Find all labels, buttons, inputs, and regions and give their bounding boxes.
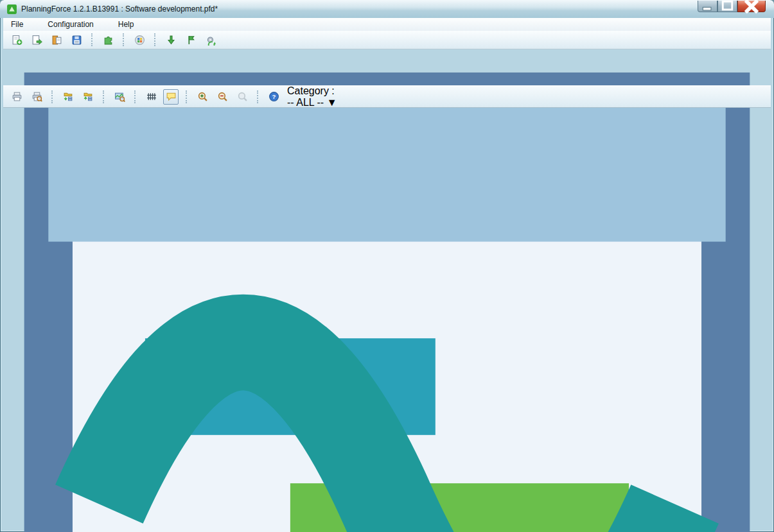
print-button[interactable] bbox=[9, 89, 24, 105]
window-title: PlanningForce 1.2.1.B13991 : Software de… bbox=[21, 4, 218, 13]
menu-help[interactable]: Help bbox=[110, 19, 142, 30]
toolbar-separator bbox=[91, 33, 93, 46]
toolbar-group bbox=[94, 32, 121, 47]
toolbar-separator bbox=[51, 90, 53, 103]
zoom-off-button bbox=[234, 89, 250, 105]
svg-text:?: ? bbox=[272, 93, 276, 100]
close-button[interactable] bbox=[737, 1, 766, 12]
toolbar-group bbox=[157, 32, 224, 47]
go-down-button[interactable] bbox=[163, 32, 179, 47]
puzzle-icon bbox=[103, 35, 114, 46]
toolbar-separator bbox=[257, 90, 259, 103]
save-button[interactable] bbox=[69, 32, 84, 47]
chevron-down-icon: ▼ bbox=[327, 97, 337, 108]
gear-go-icon bbox=[206, 35, 216, 46]
toolbar-group bbox=[3, 89, 50, 105]
toolbar-separator bbox=[123, 33, 125, 46]
view-toolbar: ? Category : -- ALL -- ▼ bbox=[3, 85, 771, 108]
toolbar-separator bbox=[134, 90, 136, 103]
go-flag-button[interactable] bbox=[183, 32, 198, 47]
main-toolbar bbox=[3, 31, 771, 49]
menu-file[interactable]: File bbox=[3, 19, 31, 30]
toolbar-group bbox=[189, 89, 256, 105]
document-add-button[interactable] bbox=[9, 32, 24, 47]
tree-collapse-button[interactable] bbox=[80, 89, 96, 105]
toolbar-group bbox=[55, 89, 101, 105]
toolbar-group: ? bbox=[260, 89, 287, 105]
app-icon bbox=[6, 4, 17, 15]
print-preview-icon bbox=[31, 91, 42, 102]
zoom-out-button[interactable] bbox=[215, 89, 230, 105]
toolbar-group bbox=[126, 32, 153, 47]
menu-configuration[interactable]: Configuration bbox=[40, 19, 101, 30]
print-icon bbox=[12, 91, 22, 102]
menu-bar: FileConfigurationHelp bbox=[3, 18, 771, 31]
close-icon bbox=[738, 0, 765, 20]
maximize-button[interactable] bbox=[717, 1, 737, 12]
toolbar-group bbox=[137, 89, 184, 105]
toolbar-separator bbox=[103, 90, 105, 103]
toolbar-separator bbox=[186, 90, 188, 103]
zoom-off-icon bbox=[237, 91, 248, 102]
help-button[interactable]: ? bbox=[266, 89, 281, 105]
category-value: -- ALL -- bbox=[287, 97, 324, 108]
minimize-icon bbox=[698, 0, 717, 15]
tab-activities[interactable]: Activities bbox=[3, 49, 771, 532]
print-preview-button[interactable] bbox=[29, 89, 44, 105]
grid-button[interactable] bbox=[143, 89, 159, 105]
main-tab-strip: ActivitiesResourcesSchedulingResults bbox=[3, 49, 771, 66]
bubble-icon bbox=[166, 91, 177, 102]
wave-icon bbox=[3, 49, 771, 532]
bubble-button[interactable] bbox=[163, 89, 179, 105]
document-add-icon bbox=[12, 35, 22, 46]
title-bar[interactable]: PlanningForce 1.2.1.B13991 : Software de… bbox=[0, 0, 774, 18]
overview-map-icon bbox=[114, 91, 125, 102]
zoom-out-icon bbox=[217, 91, 228, 102]
minimize-button[interactable] bbox=[698, 1, 717, 12]
category-dropdown[interactable]: -- ALL -- ▼ bbox=[287, 97, 337, 108]
maximize-icon bbox=[718, 0, 737, 15]
palette-button[interactable] bbox=[132, 32, 147, 47]
go-down-icon bbox=[166, 35, 177, 46]
toolbar-group bbox=[106, 89, 133, 105]
import-icon bbox=[51, 35, 62, 46]
app-window: PlanningForce 1.2.1.B13991 : Software de… bbox=[0, 0, 774, 532]
save-icon bbox=[71, 35, 82, 46]
gear-go-button[interactable] bbox=[203, 32, 218, 47]
tree-expand-icon bbox=[63, 91, 74, 102]
toolbar-separator bbox=[154, 33, 156, 46]
grid-icon bbox=[146, 91, 157, 102]
help-icon: ? bbox=[268, 91, 279, 102]
zoom-in-button[interactable] bbox=[195, 89, 210, 105]
tree-collapse-icon bbox=[83, 91, 94, 102]
document-open-icon bbox=[31, 35, 42, 46]
toolbar-group bbox=[3, 32, 90, 47]
document-open-button[interactable] bbox=[29, 32, 44, 47]
palette-icon bbox=[134, 35, 145, 46]
import-button[interactable] bbox=[49, 32, 64, 47]
tree-expand-button[interactable] bbox=[60, 89, 76, 105]
puzzle-button[interactable] bbox=[100, 32, 116, 47]
category-label: Category : bbox=[287, 85, 335, 96]
zoom-in-icon bbox=[197, 91, 208, 102]
overview-map-button[interactable] bbox=[112, 89, 127, 105]
go-flag-icon bbox=[186, 35, 197, 46]
